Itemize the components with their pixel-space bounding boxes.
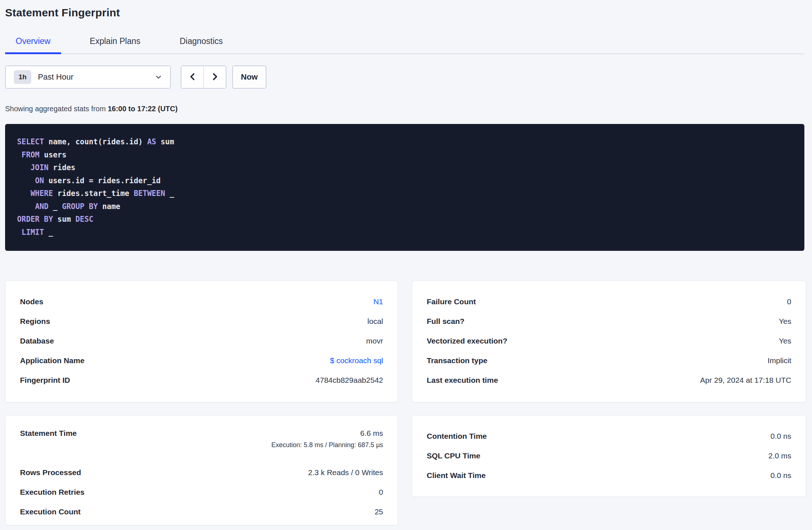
row-execution-count: Execution Count 25: [20, 502, 383, 522]
row-execution-retries: Execution Retries 0: [20, 482, 383, 502]
row-sql-cpu-time: SQL CPU Time 2.0 ms: [427, 446, 791, 466]
row-label: Fingerprint ID: [20, 376, 70, 385]
row-label: Transaction type: [427, 356, 487, 365]
row-value: 2.0 ms: [768, 451, 791, 460]
row-value: 2.3 k Reads / 0 Writes: [308, 468, 383, 477]
row-regions: Regions local: [20, 312, 383, 331]
row-database: Database movr: [20, 331, 383, 351]
row-label: Application Name: [20, 356, 84, 365]
row-label: Execution Retries: [20, 488, 84, 497]
next-interval-button[interactable]: [204, 66, 226, 88]
time-range-dropdown[interactable]: 1h Past Hour: [5, 65, 171, 89]
row-subvalue: Execution: 5.8 ms / Planning: 687.5 µs: [271, 441, 383, 449]
row-fingerprint-id: Fingerprint ID 4784cb829aab2542: [20, 370, 383, 390]
row-nodes: Nodes N1: [20, 292, 383, 312]
page-title: Statement Fingerprint: [5, 7, 806, 19]
row-vectorized-execution: Vectorized execution? Yes: [427, 331, 791, 351]
prev-interval-button[interactable]: [181, 66, 204, 88]
row-label: Vectorized execution?: [427, 337, 507, 345]
row-transaction-type: Transaction type Implicit: [427, 351, 791, 370]
chevron-right-icon: [210, 72, 220, 83]
stats-line-prefix: Showing aggregated stats from: [5, 105, 108, 113]
time-toolbar: 1h Past Hour Now: [5, 65, 806, 89]
row-statement-time: Statement Time 6.6 ms Execution: 5.8 ms …: [20, 426, 383, 463]
row-label: Client Wait Time: [427, 471, 486, 480]
statement-fingerprint-page: Statement Fingerprint Overview Explain P…: [0, 0, 812, 525]
row-value: Yes: [779, 337, 791, 345]
tab-overview[interactable]: Overview: [5, 36, 61, 54]
row-value: 0.0 ns: [771, 471, 791, 480]
sql-statement-box: SELECT name, count(rides.id) AS sum FROM…: [5, 124, 804, 251]
row-value: 6.6 ms: [360, 429, 383, 438]
row-contention-time: Contention Time 0.0 ns: [427, 426, 791, 446]
row-value: local: [367, 317, 383, 326]
row-value: 25: [375, 507, 383, 516]
tab-diagnostics[interactable]: Diagnostics: [169, 36, 233, 54]
row-last-execution-time: Last execution time Apr 29, 2024 at 17:1…: [427, 370, 791, 390]
statement-details-card: Nodes N1 Regions local Database movr App…: [5, 281, 398, 402]
now-button[interactable]: Now: [232, 65, 266, 89]
row-value: Yes: [779, 317, 791, 326]
time-nav-group: [181, 65, 226, 89]
aggregated-stats-line: Showing aggregated stats from 16:00 to 1…: [5, 105, 806, 113]
row-value: 4784cb829aab2542: [315, 376, 383, 385]
nodes-link[interactable]: N1: [373, 297, 383, 306]
interval-badge: 1h: [14, 70, 31, 84]
chevron-left-icon: [188, 72, 197, 83]
tab-bar: Overview Explain Plans Diagnostics: [5, 36, 804, 54]
interval-label: Past Hour: [38, 72, 73, 82]
row-label: Statement Time: [20, 429, 77, 438]
row-label: Full scan?: [427, 317, 465, 326]
row-value: movr: [366, 337, 383, 345]
row-label: Regions: [20, 317, 50, 326]
row-failure-count: Failure Count 0: [427, 292, 791, 312]
row-value: Apr 29, 2024 at 17:18 UTC: [700, 376, 791, 385]
statement-time-card: Statement Time 6.6 ms Execution: 5.8 ms …: [5, 415, 398, 525]
row-label: Failure Count: [427, 297, 476, 306]
row-label: Last execution time: [427, 376, 498, 385]
row-label: Database: [20, 337, 54, 345]
wait-time-card: Contention Time 0.0 ns SQL CPU Time 2.0 …: [412, 415, 806, 497]
row-value: 0: [787, 297, 791, 306]
row-rows-processed: Rows Processed 2.3 k Reads / 0 Writes: [20, 463, 383, 482]
row-full-scan: Full scan? Yes: [427, 312, 791, 331]
row-value: 0.0 ns: [771, 432, 791, 441]
sql-code: SELECT name, count(rides.id) AS sum FROM…: [17, 136, 792, 239]
row-value: 0: [379, 488, 383, 497]
chevron-down-icon: [155, 73, 162, 81]
row-application-name: Application Name $ cockroach sql: [20, 351, 383, 370]
application-name-link[interactable]: $ cockroach sql: [330, 356, 383, 365]
stats-line-range: 16:00 to 17:22 (UTC): [108, 105, 177, 113]
row-label: Rows Processed: [20, 468, 81, 477]
row-label: Nodes: [20, 297, 43, 306]
timing-cards-row: Statement Time 6.6 ms Execution: 5.8 ms …: [5, 415, 806, 525]
row-value: Implicit: [768, 356, 791, 365]
tab-explain-plans[interactable]: Explain Plans: [79, 36, 151, 54]
row-label: Contention Time: [427, 432, 487, 441]
row-label: Execution Count: [20, 507, 81, 516]
overview-cards-row: Nodes N1 Regions local Database movr App…: [5, 281, 806, 402]
row-client-wait-time: Client Wait Time 0.0 ns: [427, 466, 791, 485]
row-label: SQL CPU Time: [427, 451, 480, 460]
execution-attributes-card: Failure Count 0 Full scan? Yes Vectorize…: [412, 281, 806, 402]
